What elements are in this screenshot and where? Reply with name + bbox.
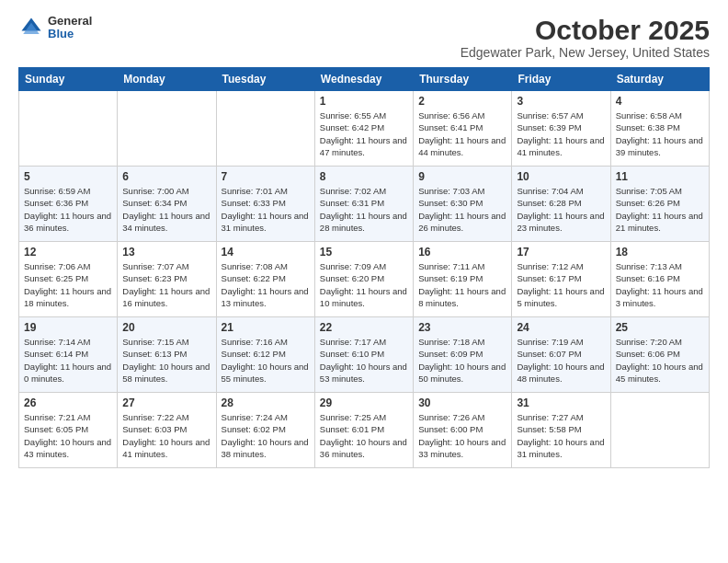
day-number: 18 [616,246,704,259]
day-number: 30 [418,396,506,409]
calendar-table: Sunday Monday Tuesday Wednesday Thursday… [18,67,710,468]
calendar-cell: 11Sunrise: 7:05 AMSunset: 6:26 PMDayligh… [610,167,709,242]
calendar-cell: 1Sunrise: 6:55 AMSunset: 6:42 PMDaylight… [314,91,413,167]
day-number: 21 [222,321,310,334]
week-row-1: 5Sunrise: 6:59 AMSunset: 6:36 PMDaylight… [19,167,710,242]
day-number: 2 [418,95,506,108]
day-info: Sunrise: 7:03 AMSunset: 6:30 PMDaylight:… [418,185,506,234]
day-info: Sunrise: 7:25 AMSunset: 6:01 PMDaylight:… [320,411,408,460]
col-wednesday: Wednesday [314,68,413,91]
day-number: 5 [24,170,112,183]
day-info: Sunrise: 6:58 AMSunset: 6:38 PMDaylight:… [616,109,704,158]
day-info: Sunrise: 7:27 AMSunset: 5:58 PMDaylight:… [517,411,605,460]
day-info: Sunrise: 7:17 AMSunset: 6:10 PMDaylight:… [320,336,408,385]
logo-general-label: General [48,15,92,28]
col-thursday: Thursday [414,68,512,91]
day-info: Sunrise: 7:02 AMSunset: 6:31 PMDaylight:… [320,185,408,234]
day-info: Sunrise: 7:14 AMSunset: 6:14 PMDaylight:… [24,336,112,385]
calendar-header: Sunday Monday Tuesday Wednesday Thursday… [19,68,710,91]
week-row-2: 12Sunrise: 7:06 AMSunset: 6:25 PMDayligh… [19,242,710,317]
day-number: 9 [418,170,506,183]
day-info: Sunrise: 6:57 AMSunset: 6:39 PMDaylight:… [517,109,605,158]
calendar-cell: 20Sunrise: 7:15 AMSunset: 6:13 PMDayligh… [118,317,216,393]
day-number: 11 [616,170,704,183]
day-info: Sunrise: 7:20 AMSunset: 6:06 PMDaylight:… [616,336,704,385]
calendar-cell: 18Sunrise: 7:13 AMSunset: 6:16 PMDayligh… [610,242,709,317]
day-info: Sunrise: 7:11 AMSunset: 6:19 PMDaylight:… [418,260,506,309]
day-number: 24 [517,321,605,334]
day-info: Sunrise: 7:19 AMSunset: 6:07 PMDaylight:… [517,336,605,385]
day-number: 15 [320,246,408,259]
calendar-cell: 15Sunrise: 7:09 AMSunset: 6:20 PMDayligh… [314,242,413,317]
calendar-cell: 22Sunrise: 7:17 AMSunset: 6:10 PMDayligh… [314,317,413,393]
day-number: 4 [616,95,704,108]
day-info: Sunrise: 7:26 AMSunset: 6:00 PMDaylight:… [418,411,506,460]
day-number: 1 [320,95,408,108]
calendar-cell: 9Sunrise: 7:03 AMSunset: 6:30 PMDaylight… [414,167,512,242]
calendar-cell: 24Sunrise: 7:19 AMSunset: 6:07 PMDayligh… [512,317,610,393]
calendar-cell: 7Sunrise: 7:01 AMSunset: 6:33 PMDaylight… [216,167,314,242]
day-info: Sunrise: 7:06 AMSunset: 6:25 PMDaylight:… [24,260,112,309]
calendar-cell: 12Sunrise: 7:06 AMSunset: 6:25 PMDayligh… [19,242,118,317]
day-info: Sunrise: 7:18 AMSunset: 6:09 PMDaylight:… [418,336,506,385]
calendar-cell: 5Sunrise: 6:59 AMSunset: 6:36 PMDaylight… [19,167,118,242]
col-friday: Friday [512,68,610,91]
day-number: 26 [24,396,112,409]
day-number: 19 [24,321,112,334]
week-row-0: 1Sunrise: 6:55 AMSunset: 6:42 PMDaylight… [19,91,710,167]
calendar-cell: 30Sunrise: 7:26 AMSunset: 6:00 PMDayligh… [414,393,512,468]
calendar-cell: 6Sunrise: 7:00 AMSunset: 6:34 PMDaylight… [118,167,216,242]
day-number: 16 [418,246,506,259]
logo: General Blue [18,15,92,41]
calendar-cell: 23Sunrise: 7:18 AMSunset: 6:09 PMDayligh… [414,317,512,393]
calendar-cell: 10Sunrise: 7:04 AMSunset: 6:28 PMDayligh… [512,167,610,242]
logo-icon [18,15,44,40]
calendar-cell: 25Sunrise: 7:20 AMSunset: 6:06 PMDayligh… [610,317,709,393]
day-info: Sunrise: 7:08 AMSunset: 6:22 PMDaylight:… [222,260,310,309]
page: General Blue October 2025 Edgewater Park… [0,0,728,563]
day-number: 31 [517,396,605,409]
title-area: October 2025 Edgewater Park, New Jersey,… [461,15,710,60]
day-info: Sunrise: 7:16 AMSunset: 6:12 PMDaylight:… [222,336,310,385]
day-info: Sunrise: 7:21 AMSunset: 6:05 PMDaylight:… [24,411,112,460]
day-number: 8 [320,170,408,183]
day-number: 7 [222,170,310,183]
calendar-cell: 19Sunrise: 7:14 AMSunset: 6:14 PMDayligh… [19,317,118,393]
day-info: Sunrise: 7:01 AMSunset: 6:33 PMDaylight:… [222,185,310,234]
week-row-3: 19Sunrise: 7:14 AMSunset: 6:14 PMDayligh… [19,317,710,393]
calendar-cell: 13Sunrise: 7:07 AMSunset: 6:23 PMDayligh… [118,242,216,317]
day-number: 28 [222,396,310,409]
day-info: Sunrise: 7:12 AMSunset: 6:17 PMDaylight:… [517,260,605,309]
calendar-cell: 31Sunrise: 7:27 AMSunset: 5:58 PMDayligh… [512,393,610,468]
calendar-cell: 21Sunrise: 7:16 AMSunset: 6:12 PMDayligh… [216,317,314,393]
day-number: 12 [24,246,112,259]
day-info: Sunrise: 7:04 AMSunset: 6:28 PMDaylight:… [517,185,605,234]
day-info: Sunrise: 7:13 AMSunset: 6:16 PMDaylight:… [616,260,704,309]
day-info: Sunrise: 7:05 AMSunset: 6:26 PMDaylight:… [616,185,704,234]
day-number: 3 [517,95,605,108]
calendar-cell [216,91,314,167]
calendar-cell: 8Sunrise: 7:02 AMSunset: 6:31 PMDaylight… [314,167,413,242]
calendar-cell: 16Sunrise: 7:11 AMSunset: 6:19 PMDayligh… [414,242,512,317]
calendar-cell: 3Sunrise: 6:57 AMSunset: 6:39 PMDaylight… [512,91,610,167]
day-number: 6 [122,170,210,183]
col-tuesday: Tuesday [216,68,314,91]
day-info: Sunrise: 7:15 AMSunset: 6:13 PMDaylight:… [122,336,210,385]
day-number: 22 [320,321,408,334]
calendar-body: 1Sunrise: 6:55 AMSunset: 6:42 PMDaylight… [19,91,710,468]
calendar-cell: 2Sunrise: 6:56 AMSunset: 6:41 PMDaylight… [414,91,512,167]
day-number: 23 [418,321,506,334]
calendar-cell: 29Sunrise: 7:25 AMSunset: 6:01 PMDayligh… [314,393,413,468]
calendar-cell: 26Sunrise: 7:21 AMSunset: 6:05 PMDayligh… [19,393,118,468]
day-number: 13 [122,246,210,259]
col-saturday: Saturday [610,68,709,91]
day-number: 17 [517,246,605,259]
day-number: 29 [320,396,408,409]
calendar-cell [610,393,709,468]
col-monday: Monday [118,68,216,91]
header-row: Sunday Monday Tuesday Wednesday Thursday… [19,68,710,91]
location-subtitle: Edgewater Park, New Jersey, United State… [461,45,710,60]
calendar-cell: 27Sunrise: 7:22 AMSunset: 6:03 PMDayligh… [118,393,216,468]
calendar-cell [19,91,118,167]
day-info: Sunrise: 7:07 AMSunset: 6:23 PMDaylight:… [122,260,210,309]
